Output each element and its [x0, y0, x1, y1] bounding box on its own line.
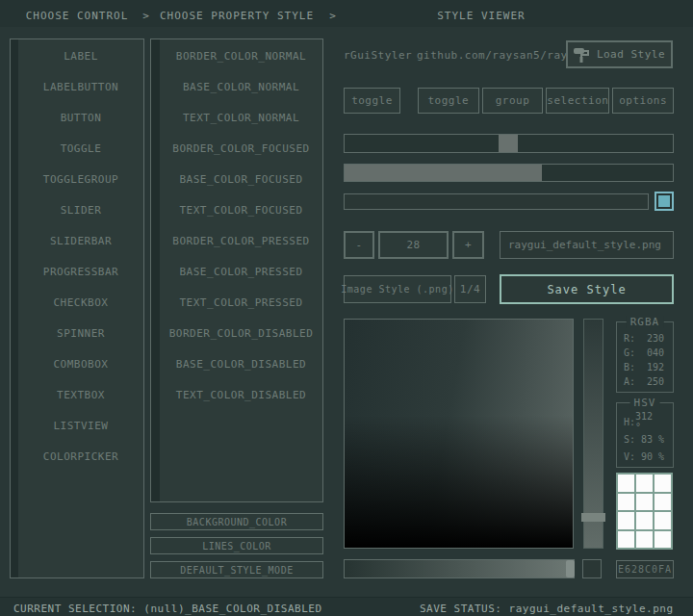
control-item-toggle[interactable]: TOGGLE [18, 133, 143, 164]
filename-input[interactable]: raygui_default_style.png [500, 231, 674, 259]
load-style-button[interactable]: Load Style [566, 40, 673, 68]
color-sample-cell [636, 531, 653, 549]
hsv-groupbox: HSV H: 312 ° S: 83 % V: 90 % [616, 402, 674, 468]
hsv-value-v: 90 % [641, 451, 664, 462]
toggle-group-item-selection[interactable]: selection [546, 88, 609, 114]
sliderbar[interactable] [344, 164, 674, 182]
hsv-value-h: 312 ° [635, 411, 664, 432]
control-item-progressbar[interactable]: PROGRESSBAR [18, 256, 143, 287]
controls-listview: LABEL LABELBUTTON BUTTON TOGGLE TOGGLEGR… [10, 38, 144, 578]
hsv-groupbox-title: HSV [630, 397, 660, 409]
hsv-row-h: H: 312 ° [617, 413, 673, 430]
rguistyler-window: { "topbar": { "section_controls": "CHOOS… [0, 0, 693, 616]
color-sample-cell [654, 475, 671, 492]
property-item-base-color-disabled[interactable]: BASE_COLOR_DISABLED [160, 348, 322, 379]
slider-handle[interactable] [499, 135, 518, 152]
combobox-counter-button[interactable]: 1/4 [454, 275, 486, 303]
toggle-group-item-group[interactable]: group [482, 88, 544, 114]
paint-roller-icon [574, 47, 590, 63]
property-item-border-color-pressed[interactable]: BORDER_COLOR_PRESSED [160, 225, 322, 256]
save-style-button[interactable]: Save Style [500, 274, 674, 304]
spinner-value[interactable]: 28 [378, 231, 449, 259]
property-item-border-color-focused[interactable]: BORDER_COLOR_FOCUSED [160, 133, 322, 164]
rgba-label-b: B: [624, 362, 635, 372]
color-sample-cell [654, 531, 671, 549]
rgba-value-g: 040 [647, 347, 664, 358]
alpha-slider-handle[interactable] [566, 560, 575, 578]
default-style-mode-button[interactable]: DEFAULT_STYLE_MODE [150, 561, 323, 578]
color-sample-cell [636, 475, 653, 492]
color-sample-cell [618, 494, 634, 511]
rgba-value-b: 192 [647, 362, 664, 372]
hsv-label-s: S: [624, 434, 635, 445]
control-item-slider[interactable]: SLIDER [18, 194, 143, 225]
hsv-label-v: V: [624, 451, 635, 462]
load-style-label: Load Style [597, 48, 665, 61]
property-item-base-color-pressed[interactable]: BASE_COLOR_PRESSED [160, 256, 322, 287]
color-sample-cell [618, 512, 634, 529]
control-item-button[interactable]: BUTTON [18, 102, 143, 133]
image-style-combobox[interactable]: Image Style (.png) [344, 275, 451, 303]
toggle-group-item-toggle[interactable]: toggle [418, 88, 479, 114]
color-sample-cell [636, 494, 653, 511]
toggle-button[interactable]: toggle [344, 88, 400, 114]
spinner-increase-button[interactable]: + [452, 231, 484, 259]
control-item-labelbutton[interactable]: LABELBUTTON [18, 71, 143, 102]
hex-input[interactable]: E628C0FA [616, 560, 674, 578]
control-item-listview[interactable]: LISTVIEW [18, 410, 143, 441]
property-item-text-color-disabled[interactable]: TEXT_COLOR_DISABLED [160, 379, 322, 410]
control-item-checkbox[interactable]: CHECKBOX [18, 287, 143, 318]
control-item-label[interactable]: LABEL [18, 40, 143, 71]
properties-listview: BORDER_COLOR_NORMAL BASE_COLOR_NORMAL TE… [150, 38, 323, 502]
rgba-label-r: R: [624, 333, 635, 344]
rgba-row-g: G: 040 [617, 346, 673, 360]
hsv-rows: H: 312 ° S: 83 % V: 90 % [617, 403, 673, 465]
status-save-status: SAVE STATUS: raygui_default_style.png [420, 598, 674, 616]
rgba-label-a: A: [624, 376, 635, 387]
rgba-row-r: R: 230 [617, 331, 673, 346]
toggle-group: toggle group selection options [418, 88, 674, 114]
property-item-border-color-disabled[interactable]: BORDER_COLOR_DISABLED [160, 318, 322, 348]
controls-scrollbar[interactable] [11, 39, 18, 578]
topbar: CHOOSE CONTROL > CHOOSE PROPERTY STYLE >… [0, 0, 693, 27]
rgba-row-b: B: 192 [617, 360, 673, 374]
color-sample-cell [636, 512, 653, 529]
color-sample-cell [654, 512, 671, 529]
alpha-slider[interactable] [344, 559, 575, 578]
sliderbar-fill [345, 165, 542, 181]
property-item-base-color-focused[interactable]: BASE_COLOR_FOCUSED [160, 164, 322, 194]
rgba-value-r: 230 [647, 333, 664, 344]
color-sample-cell [618, 531, 634, 549]
properties-scrollbar[interactable] [151, 39, 160, 501]
toggle-group-item-options[interactable]: options [612, 88, 674, 114]
property-item-text-color-normal[interactable]: TEXT_COLOR_NORMAL [160, 102, 322, 133]
slider[interactable] [344, 134, 674, 153]
property-item-text-color-pressed[interactable]: TEXT_COLOR_PRESSED [160, 287, 322, 318]
alpha-checkbox[interactable] [582, 559, 602, 578]
hue-slider-handle[interactable] [581, 513, 605, 522]
control-item-colorpicker[interactable]: COLORPICKER [18, 441, 143, 472]
property-item-border-color-normal[interactable]: BORDER_COLOR_NORMAL [160, 40, 322, 71]
property-item-base-color-normal[interactable]: BASE_COLOR_NORMAL [160, 71, 322, 102]
color-panel[interactable] [344, 319, 574, 549]
control-item-textbox[interactable]: TEXTBOX [18, 379, 143, 410]
control-item-sliderbar[interactable]: SLIDERBAR [18, 225, 143, 256]
app-title: rGuiStyler [344, 48, 412, 64]
style-checkbox[interactable] [654, 192, 674, 211]
lines-color-button[interactable]: LINES_COLOR [150, 537, 323, 554]
rgba-groupbox: RGBA R: 230 G: 040 B: 192 A: 250 [616, 321, 674, 393]
background-color-button[interactable]: BACKGROUND_COLOR [150, 513, 323, 530]
topbar-section-style-viewer: STYLE VIEWER [332, 0, 630, 27]
statusbar: CURRENT SELECTION: (null)_BASE_COLOR_DIS… [0, 597, 693, 616]
hsv-row-v: V: 90 % [617, 448, 673, 465]
control-item-combobox[interactable]: COMBOBOX [18, 348, 143, 379]
status-current-selection: CURRENT SELECTION: (null)_BASE_COLOR_DIS… [13, 598, 322, 616]
control-item-togglegroup[interactable]: TOGGLEGROUP [18, 164, 143, 194]
spinner-decrease-button[interactable]: - [344, 231, 374, 259]
property-item-text-color-focused[interactable]: TEXT_COLOR_FOCUSED [160, 194, 322, 225]
color-sample-cell [654, 494, 671, 511]
hue-slider[interactable] [583, 319, 603, 549]
color-sample-grid [616, 473, 673, 550]
control-item-spinner[interactable]: SPINNER [18, 318, 143, 348]
hsv-label-h: H: [624, 417, 635, 427]
